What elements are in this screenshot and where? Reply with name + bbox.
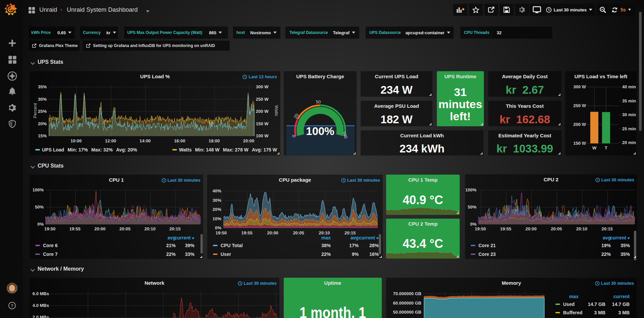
- svg-text:?: ?: [11, 303, 13, 308]
